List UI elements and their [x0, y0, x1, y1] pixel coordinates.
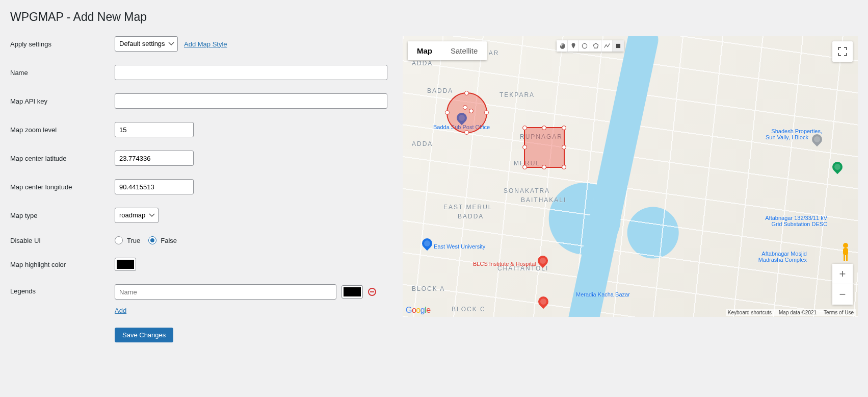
disable-ui-true-radio[interactable]: [115, 236, 123, 244]
api-key-input[interactable]: [115, 93, 387, 109]
zoom-in-button[interactable]: +: [832, 264, 853, 284]
save-button[interactable]: Save Changes: [115, 328, 173, 342]
map-poi: Aftabnagar Mosjid Madrasha Complex: [758, 251, 807, 263]
hospital-pin-icon: [535, 254, 549, 268]
label-map-type: Map type: [10, 212, 115, 219]
footer-keyboard-link[interactable]: Keyboard shortcuts: [728, 310, 772, 315]
map-type-control: Map Satellite: [408, 41, 487, 60]
map-poi: East West University: [422, 238, 485, 250]
legend-color-picker[interactable]: [341, 285, 363, 299]
map-label: BLOCK A: [412, 285, 445, 292]
draw-polyline-icon[interactable]: [601, 40, 613, 52]
highlight-color-swatch: [117, 260, 134, 269]
map-label: BAITHAKALI: [521, 196, 566, 204]
draw-rectangle-icon[interactable]: [613, 40, 624, 52]
map-label: BADDA: [458, 213, 484, 220]
svg-rect-3: [843, 248, 848, 255]
legend-name-input[interactable]: [115, 284, 336, 300]
legend-row: [115, 284, 387, 300]
map-poi: Shadesh Properties, Sun Vally, I Block: [766, 128, 822, 144]
svg-rect-4: [844, 255, 845, 261]
label-lat: Map center latitude: [10, 155, 115, 162]
svg-rect-1: [616, 44, 620, 48]
map-poi: Meradia Kacha Bazar: [576, 291, 630, 297]
svg-point-2: [843, 243, 848, 248]
settings-form: Apply settings Default settings Add Map …: [10, 36, 387, 356]
pegman-icon[interactable]: [838, 242, 853, 262]
name-input[interactable]: [115, 65, 387, 80]
lng-input[interactable]: [115, 179, 194, 194]
zoom-input[interactable]: [115, 122, 194, 137]
lat-input[interactable]: [115, 151, 194, 166]
remove-legend-icon[interactable]: [368, 288, 376, 296]
poi-pin-icon: [420, 236, 434, 251]
label-zoom: Map zoom level: [10, 126, 115, 134]
footer-terms-link[interactable]: Terms of Use: [824, 310, 854, 315]
google-logo: Google: [406, 306, 431, 315]
label-lng: Map center longitude: [10, 183, 115, 191]
map-label: EAST MERUL: [443, 204, 492, 211]
svg-point-0: [582, 43, 587, 48]
draw-hand-icon[interactable]: [557, 40, 568, 52]
disable-ui-false-label: False: [161, 237, 177, 244]
drawn-rectangle-shape[interactable]: [524, 127, 565, 168]
add-map-style-link[interactable]: Add Map Style: [184, 40, 227, 48]
legend-color-swatch: [344, 287, 361, 296]
drawn-circle-shape[interactable]: [446, 92, 487, 133]
disable-ui-true-label: True: [127, 237, 140, 244]
add-legend-link[interactable]: Add: [115, 307, 126, 314]
map-poi: [832, 162, 843, 173]
camera-pin-icon: [830, 160, 845, 174]
map-type-satellite-button[interactable]: Satellite: [441, 41, 487, 60]
label-api-key: Map API key: [10, 97, 115, 105]
map-type-map-button[interactable]: Map: [408, 41, 441, 60]
map-label: BLOCK C: [452, 306, 486, 313]
draw-polygon-icon[interactable]: [590, 40, 601, 52]
zoom-control: + −: [832, 264, 853, 305]
page-title: WPGMAP - Add New Map: [10, 10, 858, 24]
draw-circle-icon[interactable]: [579, 40, 590, 52]
hospital-pin-icon: [538, 296, 548, 308]
label-disable-ui: Disable UI: [10, 237, 115, 244]
disable-ui-true-option[interactable]: True: [115, 236, 140, 244]
fullscreen-button[interactable]: [832, 41, 853, 62]
map-label: BADDA: [427, 87, 453, 94]
svg-rect-5: [846, 255, 848, 261]
map-label: TEKPARA: [499, 91, 535, 98]
label-name: Name: [10, 69, 115, 77]
map-poi: Aftabnagar 132/33/11 kV Grid Substation …: [765, 215, 827, 227]
map-footer: Keyboard shortcuts Map data ©2021 Terms …: [726, 309, 856, 316]
label-legends: Legends: [10, 284, 115, 295]
poi-pin-icon: [810, 132, 824, 146]
label-apply-settings: Apply settings: [10, 40, 115, 48]
map-label: SONAKATRA: [504, 187, 550, 194]
zoom-out-button[interactable]: −: [832, 284, 853, 305]
highlight-color-picker[interactable]: [115, 258, 136, 271]
map-label: ADDA: [412, 60, 433, 67]
drawing-toolbar: [557, 40, 624, 52]
disable-ui-false-option[interactable]: False: [148, 236, 177, 244]
map-poi: BLCS Institute & Hospital: [473, 256, 548, 267]
draw-marker-icon[interactable]: [568, 40, 579, 52]
disable-ui-false-radio[interactable]: [148, 236, 156, 244]
map-preview[interactable]: ADARSHA NAGAR ADDA BADDA TEKPARA RUPNAGA…: [403, 36, 858, 317]
apply-settings-select[interactable]: Default settings: [115, 36, 178, 52]
label-highlight-color: Map highlight color: [10, 261, 115, 268]
footer-map-data: Map data ©2021: [779, 310, 817, 315]
map-label: ADDA: [412, 140, 433, 147]
map-type-select[interactable]: roadmap: [115, 208, 159, 223]
